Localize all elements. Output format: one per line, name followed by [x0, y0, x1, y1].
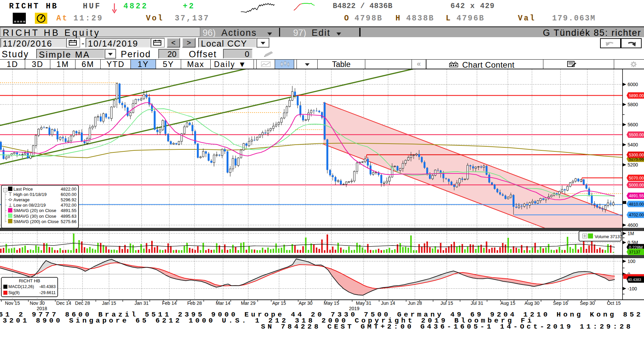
svg-text:Jun 14: Jun 14	[381, 300, 395, 306]
svg-text:MACD(12,26): MACD(12,26)	[8, 284, 34, 289]
svg-text:4702.00: 4702.00	[61, 203, 76, 208]
svg-text:High on 01/18/19: High on 01/18/19	[13, 192, 47, 197]
svg-text:Mar 29: Mar 29	[241, 300, 256, 306]
svg-text:Apr 30: Apr 30	[299, 300, 312, 306]
svg-text:Dec 28: Dec 28	[75, 300, 90, 306]
svg-text:4810.00: 4810.00	[629, 202, 644, 207]
svg-text:5800: 5800	[628, 102, 638, 107]
svg-text:Mar 14: Mar 14	[216, 300, 230, 306]
svg-text:Oct 15: Oct 15	[607, 300, 621, 306]
svg-text:100: 100	[628, 259, 636, 264]
svg-text:-40.4383: -40.4383	[39, 284, 56, 289]
svg-text:Feb 28: Feb 28	[187, 300, 202, 306]
svg-text:SMAVG (30) on Close: SMAVG (30) on Close	[13, 214, 56, 219]
svg-text:4822.00: 4822.00	[61, 187, 76, 192]
svg-text:Average: Average	[13, 197, 30, 202]
svg-text:4891.55: 4891.55	[629, 194, 644, 198]
svg-text:2019: 2019	[349, 306, 359, 311]
svg-text:5200: 5200	[628, 162, 638, 167]
svg-text:May 31: May 31	[356, 300, 371, 306]
svg-text:4702.00: 4702.00	[629, 213, 644, 217]
svg-text:37137: 37137	[629, 250, 640, 255]
svg-text:May 15: May 15	[324, 300, 339, 306]
svg-text:RICHT HB: RICHT HB	[19, 278, 40, 283]
svg-text:5070.00: 5070.00	[629, 176, 644, 181]
svg-text:SMAVG (20) on Close: SMAVG (20) on Close	[13, 208, 56, 213]
svg-text:2018: 2018	[37, 306, 47, 311]
svg-text:5296.92: 5296.92	[61, 197, 76, 202]
svg-text:5890.00: 5890.00	[629, 93, 644, 98]
svg-text:Feb 14: Feb 14	[162, 300, 177, 306]
svg-text:4600: 4600	[628, 222, 638, 228]
svg-text:Sig(9): Sig(9)	[8, 290, 19, 295]
svg-text:Jul 31: Jul 31	[471, 300, 483, 306]
svg-text:Nov 15: Nov 15	[5, 300, 20, 306]
svg-text:Apr 15: Apr 15	[272, 300, 286, 306]
svg-text:Last Price: Last Price	[13, 187, 33, 192]
svg-text:1M: 1M	[628, 231, 634, 236]
svg-text:6020.00: 6020.00	[61, 192, 76, 197]
svg-text:5400: 5400	[628, 142, 638, 147]
svg-text:Jun 28: Jun 28	[408, 300, 422, 306]
svg-text:Dec 14: Dec 14	[56, 300, 71, 306]
svg-text:-100: -100	[628, 286, 637, 291]
svg-text:4891.55: 4891.55	[61, 208, 76, 213]
svg-text:5000.00: 5000.00	[629, 183, 644, 188]
svg-text:Aug 15: Aug 15	[500, 300, 516, 306]
svg-text:5500.00: 5500.00	[629, 133, 644, 137]
svg-text:5600: 5600	[628, 122, 638, 127]
svg-text:4895.63: 4895.63	[61, 214, 76, 219]
svg-text:SMAVG (200) on Close: SMAVG (200) on Close	[13, 219, 59, 224]
svg-text:-40.4383: -40.4383	[627, 278, 641, 282]
svg-text:Volume 37137: Volume 37137	[595, 234, 622, 239]
svg-text:Sep 16: Sep 16	[553, 300, 568, 306]
svg-text:6000: 6000	[628, 82, 638, 87]
svg-text:Jan 15: Jan 15	[102, 300, 116, 306]
svg-text:Jan 31: Jan 31	[135, 300, 149, 306]
svg-text:Low on 08/22/19: Low on 08/22/19	[13, 203, 46, 208]
svg-text:5275.66: 5275.66	[61, 219, 76, 224]
svg-text:Aug 30: Aug 30	[525, 300, 540, 306]
svg-text:Nov 30: Nov 30	[30, 300, 45, 306]
svg-text:Sep 30: Sep 30	[580, 300, 595, 306]
svg-text:Jul 15: Jul 15	[440, 300, 453, 306]
svg-text:-29.6611: -29.6611	[40, 290, 56, 295]
svg-text:5300.00: 5300.00	[629, 153, 644, 157]
